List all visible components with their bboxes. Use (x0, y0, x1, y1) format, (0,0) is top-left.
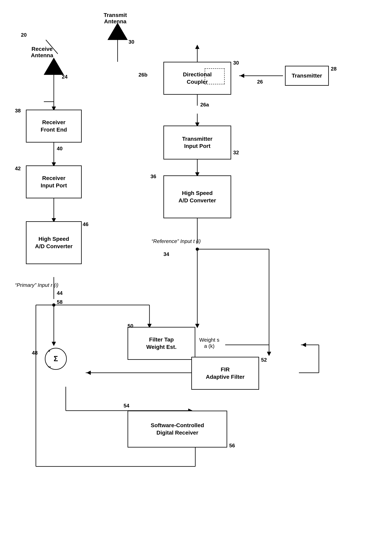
svg-marker-15 (52, 342, 56, 346)
ref-26a: 26a (200, 102, 209, 108)
svg-marker-20 (240, 74, 244, 78)
svg-point-13 (52, 303, 55, 307)
ref-26b: 26b (139, 72, 147, 78)
high-speed-adc-right-block: High SpeedA/D Converter (163, 175, 231, 218)
ref-24: 24 (62, 74, 67, 80)
ref-22: 30 (129, 39, 134, 45)
weight-label: Weight sa (k) (199, 337, 219, 349)
primary-input-label: “Primary” Input r (i) (15, 282, 58, 288)
ref-42: 42 (15, 166, 21, 172)
ref-36: 36 (150, 173, 156, 180)
transmitter-block: Transmitter (285, 66, 329, 86)
fir-adaptive-filter-block: FIRAdaptive Filter (191, 357, 259, 390)
ref-54: 54 (124, 403, 129, 409)
ref-58: 58 (57, 299, 62, 305)
svg-marker-31 (195, 324, 199, 328)
receiver-front-end-block: ReceiverFront End (26, 110, 82, 143)
minus-sign: − (48, 364, 51, 370)
svg-marker-41 (302, 343, 306, 347)
ref-52: 52 (261, 357, 267, 363)
software-controlled-block: Software-ControlledDigital Receiver (128, 411, 227, 447)
svg-point-29 (196, 248, 199, 251)
plus-sign: + (48, 349, 50, 354)
filter-tap-weight-block: Filter TapWeight Est. (128, 327, 195, 360)
diagram-container: TransmitAntenna 30 ReceiveAntenna 24 20 … (0, 0, 392, 541)
receive-antenna-label: ReceiveAntenna (31, 46, 53, 59)
transmitter-input-port-block: TransmitterInput Port (163, 125, 231, 160)
svg-marker-37 (87, 371, 91, 375)
ref-34: 34 (163, 251, 169, 257)
ref-48: 48 (32, 350, 38, 356)
directional-coupler-block: DirectionalCoupler (163, 62, 231, 95)
receiver-input-port-block: ReceiverInput Port (26, 166, 82, 198)
ref-32: 32 (233, 150, 239, 156)
ref-30: 30 (233, 60, 239, 66)
ref-44: 44 (57, 290, 62, 296)
transmit-antenna-label: TransmitAntenna (104, 12, 127, 25)
ref-38: 38 (15, 108, 21, 114)
ref-50: 50 (128, 323, 133, 329)
ref-20: 20 (21, 32, 27, 38)
ref-46: 46 (83, 221, 88, 227)
ref-40: 40 (57, 146, 62, 152)
high-speed-adc-left-block: High SpeedA/D Converter (26, 221, 82, 264)
svg-marker-0 (108, 23, 128, 40)
svg-marker-22 (195, 45, 199, 49)
svg-marker-34 (267, 352, 271, 356)
ref-28: 28 (331, 66, 337, 72)
svg-marker-2 (44, 58, 64, 75)
ref-56: 56 (229, 442, 235, 449)
reference-input-label: “Reference” Input t (i) (151, 238, 201, 244)
ref-26: 26 (257, 79, 263, 85)
